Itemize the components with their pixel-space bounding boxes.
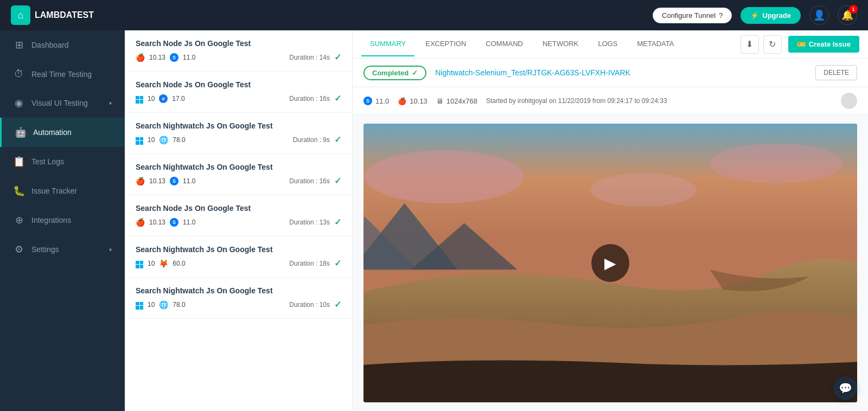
test-duration: Duration : 10s — [289, 301, 330, 309]
realtime-icon: ⏱ — [13, 68, 25, 80]
sidebar-item-dashboard[interactable]: ⊞ Dashboard — [0, 30, 125, 60]
test-duration: Duration : 16s — [289, 177, 330, 185]
logo-icon: ⌂ — [11, 5, 30, 25]
download-icon: ⬇ — [746, 39, 753, 49]
sidebar-item-issuetracker[interactable]: 🐛 Issue Tracker — [0, 176, 125, 206]
tab-command[interactable]: COMMAND — [477, 32, 532, 56]
os-version: 10 — [148, 136, 155, 144]
windows-icon — [136, 299, 143, 310]
tab-metadata[interactable]: METADATA — [629, 32, 683, 56]
os-version-detail: 10.13 — [410, 97, 427, 105]
apple-icon: 🍎 — [136, 177, 145, 185]
sidebar-item-label: Test Logs — [31, 157, 64, 166]
list-item[interactable]: Search Nightwatch Js On Google Test 🍎 10… — [125, 154, 352, 195]
upgrade-button[interactable]: ⚡ Upgrade — [741, 7, 801, 24]
content-area: Search Node Js On Google Test 🍎 10.13 S … — [125, 30, 868, 411]
create-issue-label: Create Issue — [809, 40, 851, 48]
resolution-value: 1024x768 — [446, 97, 477, 105]
sidebar-item-visual[interactable]: ◉ Visual UI Testing ▾ — [0, 88, 125, 118]
test-list-panel: Search Node Js On Google Test 🍎 10.13 S … — [125, 30, 353, 411]
tab-summary[interactable]: SUMMARY — [361, 32, 414, 56]
apple-detail-icon: 🍎 — [398, 97, 406, 105]
test-meta: 10 🦊 60.0 Duration : 18s ✓ — [136, 258, 341, 268]
chrome-browser-icon: 🌐 — [159, 300, 168, 309]
sidebar: ⊞ Dashboard ⏱ Real Time Testing ◉ Visual… — [0, 30, 125, 411]
download-button[interactable]: ⬇ — [741, 35, 759, 54]
configure-tunnel-button[interactable]: Configure Tunnel ? — [653, 8, 732, 23]
os-info: 🍎 10.13 — [398, 97, 427, 105]
list-item[interactable]: Search Nightwatch Js On Google Test 10 🦊… — [125, 236, 352, 278]
visual-icon: ◉ — [13, 97, 25, 109]
test-info-row: S 11.0 🍎 10.13 🖥 1024x768 Started by iro… — [353, 87, 868, 115]
refresh-button[interactable]: ↻ — [763, 35, 782, 54]
video-area: ▶ — [353, 115, 868, 411]
test-meta: 🍎 10.13 S 11.0 Duration : 14s ✓ — [136, 52, 341, 62]
create-issue-button[interactable]: 🎫 Create Issue — [788, 36, 859, 53]
browser-info: S 11.0 — [363, 97, 389, 105]
list-item[interactable]: Search Nightwatch Js On Google Test 10 🌐… — [125, 278, 352, 319]
pass-icon: ✓ — [334, 217, 341, 227]
avatar — [841, 93, 857, 109]
test-duration: Duration : 18s — [289, 260, 330, 267]
test-meta: 10 🌐 78.0 Duration : 10s ✓ — [136, 299, 341, 310]
apple-icon: 🍎 — [136, 53, 145, 62]
list-item[interactable]: Search Node Js On Google Test 10 e 17.0 … — [125, 72, 352, 113]
test-id-link[interactable]: RJTGK-AG63S-LVFXH-IVARK — [527, 68, 630, 77]
sidebar-item-realtime[interactable]: ⏱ Real Time Testing — [0, 60, 125, 88]
os-version: 10 — [148, 301, 155, 309]
delete-button[interactable]: DELETE — [815, 65, 857, 80]
sidebar-item-automation[interactable]: 🤖 Automation — [0, 118, 125, 147]
test-title: Search Node Js On Google Test — [136, 39, 341, 48]
test-duration: Duration : 13s — [289, 219, 330, 226]
sidebar-item-label: Integrations — [31, 216, 71, 224]
logo: ⌂ LAMBDATEST — [11, 5, 136, 25]
tab-exception[interactable]: EXCEPTION — [417, 32, 475, 56]
sidebar-item-testlogs[interactable]: 📋 Test Logs — [0, 147, 125, 176]
tab-network[interactable]: NETWORK — [534, 32, 587, 56]
lightning-icon: ⚡ — [750, 11, 759, 20]
play-button[interactable]: ▶ — [591, 244, 629, 282]
sidebar-item-settings[interactable]: ⚙ Settings ▾ — [0, 235, 125, 264]
status-badge: Completed ✓ — [363, 66, 426, 80]
question-icon: ? — [719, 11, 723, 20]
sidebar-item-label: Visual UI Testing — [31, 99, 88, 107]
tab-bar: SUMMARY EXCEPTION COMMAND NETWORK LOGS M… — [353, 30, 868, 59]
os-version: 10 — [148, 95, 155, 102]
list-item[interactable]: Search Node Js On Google Test 🍎 10.13 S … — [125, 195, 352, 236]
notification-badge: 1 — [849, 5, 858, 14]
safari-browser-icon: S — [170, 177, 178, 185]
user-avatar-button[interactable]: 👤 — [809, 5, 829, 25]
tab-logs[interactable]: LOGS — [589, 32, 626, 56]
chrome-browser-icon: 🌐 — [159, 136, 168, 144]
video-player[interactable]: ▶ — [363, 124, 857, 402]
test-name: Nightwatch-Selenium_Test/RJTGK-AG63S-LVF… — [435, 68, 630, 77]
top-header: ⌂ LAMBDATEST Configure Tunnel ? ⚡ Upgrad… — [0, 0, 868, 30]
list-item[interactable]: Search Node Js On Google Test 🍎 10.13 S … — [125, 30, 352, 72]
sidebar-item-label: Automation — [33, 128, 72, 137]
browser-version: 11.0 — [183, 54, 195, 61]
pass-icon: ✓ — [334, 258, 341, 268]
notification-button[interactable]: 🔔 1 — [838, 5, 857, 25]
issuetracker-icon: 🐛 — [13, 185, 25, 197]
play-icon: ▶ — [604, 254, 616, 272]
apple-icon: 🍎 — [136, 218, 145, 227]
browser-version: 60.0 — [173, 260, 185, 267]
monitor-icon: 🖥 — [436, 97, 443, 105]
browser-version: 78.0 — [173, 301, 185, 309]
sidebar-item-integrations[interactable]: ⊕ Integrations — [0, 206, 125, 235]
checkmark-icon: ✓ — [412, 69, 418, 77]
test-duration: Duration : 16s — [289, 95, 330, 102]
test-meta: 🍎 10.13 S 11.0 Duration : 13s ✓ — [136, 217, 341, 227]
test-meta: 🍎 10.13 S 11.0 Duration : 16s ✓ — [136, 176, 341, 186]
safari-browser-icon: S — [170, 218, 178, 227]
test-duration: Duration : 14s — [289, 54, 330, 61]
chat-bubble-button[interactable]: 💬 — [833, 376, 857, 400]
sidebar-item-label: Settings — [31, 245, 59, 254]
logo-text: LAMBDATEST — [35, 10, 94, 20]
test-title: Search Node Js On Google Test — [136, 204, 341, 213]
integrations-icon: ⊕ — [13, 214, 25, 226]
sidebar-item-label: Real Time Testing — [31, 70, 92, 79]
main-layout: ⊞ Dashboard ⏱ Real Time Testing ◉ Visual… — [0, 30, 868, 411]
list-item[interactable]: Search Nightwatch Js On Google Test 10 🌐… — [125, 113, 352, 154]
test-meta: 10 🌐 78.0 Duration : 9s ✓ — [136, 134, 341, 145]
